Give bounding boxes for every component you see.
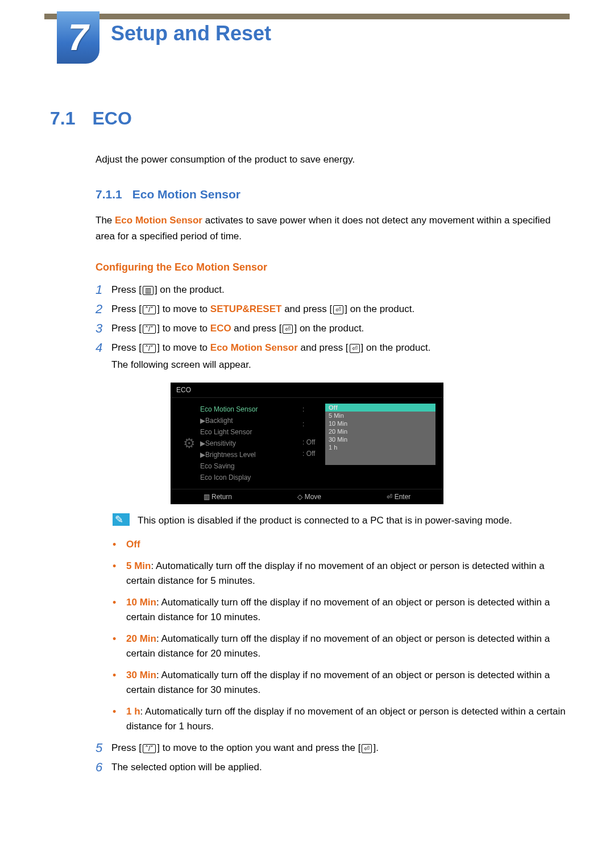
step-6: 6 The selected option will be applied. <box>96 759 570 776</box>
menu-icon: ▥ <box>143 286 154 295</box>
step-list-2: 5 Press [˄/˅] to move to the option you … <box>96 740 570 776</box>
enter-icon: ⏎ <box>362 744 372 753</box>
option-5min: 5 Min: Automatically turn off the displa… <box>113 555 570 592</box>
step-2: 2 Press [˄/˅] to move to SETUP&RESET and… <box>96 301 570 318</box>
updown-icon: ˄/˅ <box>143 325 156 334</box>
osd-title: ECO <box>171 383 443 398</box>
osd-screenshot: ECO ⚙ Eco Motion Sensor ▶Backlight Eco L… <box>171 383 443 504</box>
option-1h: 1 h: Automatically turn off the display … <box>113 701 570 737</box>
note-text: This option is disabled if the product i… <box>138 513 512 528</box>
header-bar <box>44 14 570 19</box>
step-5: 5 Press [˄/˅] to move to the option you … <box>96 740 570 757</box>
osd-values: : : : Off : Off <box>302 404 325 483</box>
option-list: Off 5 Min: Automatically turn off the di… <box>113 534 570 737</box>
subsection-title: Eco Motion Sensor <box>132 188 240 201</box>
gear-icon: ⚙ <box>179 404 200 483</box>
section-heading: 7.1ECO <box>50 108 570 129</box>
option-30min: 30 Min: Automatically turn off the displ… <box>113 665 570 701</box>
section-number: 7.1 <box>50 108 75 128</box>
enter-icon: ⏎ <box>350 344 360 353</box>
step-1: 1 Press [▥] on the product. <box>96 281 570 298</box>
step-4: 4 Press [˄/˅] to move to Eco Motion Sens… <box>96 339 570 373</box>
chapter-title: Setup and Reset <box>111 22 271 45</box>
note-icon <box>113 513 130 526</box>
subsection-number: 7.1.1 <box>96 188 122 201</box>
enter-icon: ⏎ <box>283 325 293 334</box>
updown-icon: ˄/˅ <box>143 744 156 753</box>
osd-dropdown: Off 5 Min 10 Min 20 Min 30 Min 1 h <box>325 404 435 465</box>
option-20min: 20 Min: Automatically turn off the displ… <box>113 628 570 665</box>
section-title: ECO <box>92 108 131 128</box>
updown-icon: ˄/˅ <box>143 305 156 314</box>
section-intro: Adjust the power consumption of the prod… <box>96 152 570 168</box>
step-3: 3 Press [˄/˅] to move to ECO and press [… <box>96 320 570 337</box>
osd-footer: ▥ Return ◇ Move ⏎ Enter <box>171 489 443 504</box>
subsection-description: The Eco Motion Sensor activates to save … <box>96 213 570 244</box>
step-list: 1 Press [▥] on the product. 2 Press [˄/˅… <box>96 281 570 373</box>
note: This option is disabled if the product i… <box>113 513 570 528</box>
config-heading: Configuring the Eco Motion Sensor <box>96 261 570 273</box>
option-10min: 10 Min: Automatically turn off the displ… <box>113 592 570 628</box>
updown-icon: ˄/˅ <box>143 344 156 353</box>
option-off: Off <box>113 534 570 555</box>
chapter-number-tab: 7 <box>57 11 99 64</box>
osd-menu: Eco Motion Sensor ▶Backlight Eco Light S… <box>200 404 302 483</box>
enter-icon: ⏎ <box>333 305 343 314</box>
subsection-heading: 7.1.1Eco Motion Sensor <box>96 188 570 201</box>
